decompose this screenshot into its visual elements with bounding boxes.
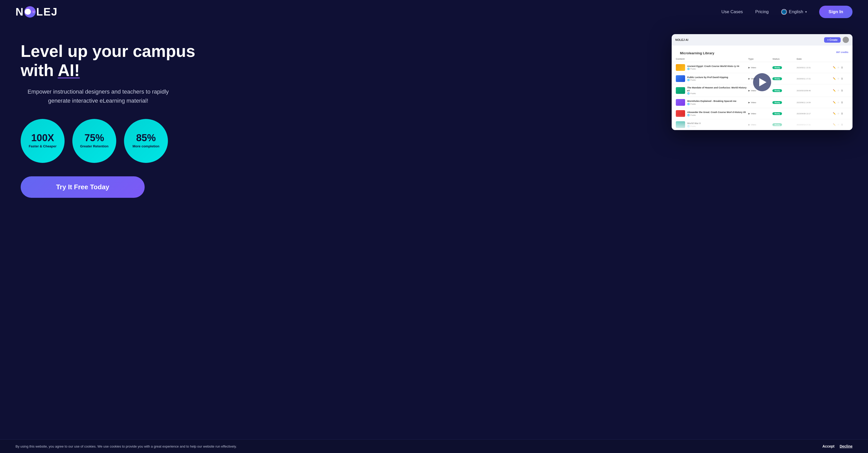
row-title: Ancient Egypt: Crash Course World Histo … [687, 65, 739, 68]
edit-icon[interactable]: ✏️ [833, 77, 836, 80]
cookie-banner: By using this website, you agree to our … [0, 439, 868, 453]
table-row: Alexander the Great: Crash Course Worl d… [672, 108, 852, 119]
row-content: World War II 🌐 Public [676, 121, 748, 128]
row-type: ▶ Video [748, 101, 773, 104]
col-date: Date [797, 58, 833, 60]
row-thumbnail [676, 87, 685, 94]
stat-85-number: 85% [136, 133, 156, 143]
stat-100x-label: Faster & Cheaper [29, 144, 57, 149]
stat-75-number: 75% [85, 133, 104, 143]
star-icon[interactable]: ☆ [837, 112, 839, 115]
navbar: N LEJ Use Cases Pricing [0, 0, 868, 24]
row-subtitle: 🌐 Public [687, 125, 701, 128]
star-icon[interactable]: ☆ [837, 66, 839, 69]
hero-subtitle: Empower instructional designers and teac… [21, 87, 176, 105]
screenshot-rows: Ancient Egypt: Crash Course World Histo … [672, 62, 852, 130]
video-play-button[interactable] [753, 73, 771, 91]
delete-icon[interactable]: 🗑 [841, 123, 843, 126]
row-text: Wormholes Explained - Breaking Spaceti m… [687, 100, 736, 105]
status-badge: Ready [772, 101, 782, 104]
screenshot-avatar [843, 37, 849, 43]
row-title: Public Lecture by Prof David Kipping [687, 76, 728, 79]
row-title: Wormholes Explained - Breaking Spaceti m… [687, 100, 736, 103]
row-text: World War II 🌐 Public [687, 122, 701, 128]
row-status: Ready [772, 77, 797, 80]
app-screenshot: NOLEJ AI + Create Microlearning Library … [672, 34, 852, 130]
play-icon: ▶ [748, 123, 750, 126]
row-type-label: Video [751, 112, 756, 115]
row-actions: ✏️ ☆ 🗑 [833, 66, 848, 69]
star-icon[interactable]: ☆ [837, 89, 839, 92]
stat-85-label: More completion [132, 144, 159, 149]
star-icon[interactable]: ☆ [837, 101, 839, 104]
hero-right-screenshot: NOLEJ AI + Create Microlearning Library … [672, 34, 852, 130]
delete-icon[interactable]: 🗑 [841, 89, 843, 92]
row-date: 2023/03/10/09:46 [797, 90, 833, 91]
stat-85: 85% More completion [124, 119, 168, 163]
stat-100x: 100X Faster & Cheaper [21, 119, 65, 163]
screenshot-create-button[interactable]: + Create [824, 37, 841, 43]
sign-in-button[interactable]: Sign In [819, 6, 852, 18]
nav-language-selector[interactable]: 🌐 English ▾ [781, 9, 807, 15]
col-status: Status [772, 58, 797, 60]
cookie-decline-button[interactable]: Decline [840, 444, 852, 448]
screenshot-header: NOLEJ AI + Create [672, 34, 852, 46]
row-type-label: Video [751, 89, 756, 92]
col-type: Type [748, 58, 773, 60]
play-icon: ▶ [748, 89, 750, 92]
cookie-text: By using this website, you agree to our … [16, 445, 237, 448]
row-actions: ✏️ ☆ 🗑 [833, 89, 848, 92]
edit-icon[interactable]: ✏️ [833, 123, 836, 126]
row-actions: ✏️ ☆ 🗑 [833, 77, 848, 80]
hero-title-part1: Level up your campus with [21, 42, 195, 80]
row-subtitle: 🌐 Public [687, 114, 746, 116]
play-icon: ▶ [748, 101, 750, 104]
row-date: 2023/03/13 17:21 [797, 124, 833, 126]
status-badge: Ready [772, 112, 782, 115]
row-actions: ✏️ ☆ 🗑 [833, 101, 848, 104]
row-text: Public Lecture by Prof David Kipping 🌐 P… [687, 76, 728, 81]
screenshot-section-title: Microlearning Library [676, 48, 718, 56]
row-status: Ready [772, 66, 797, 69]
row-actions: ✏️ ☆ 🗑 [833, 123, 848, 126]
nav-links: Use Cases Pricing 🌐 English ▾ Sign In [721, 6, 852, 18]
row-subtitle: 🌐 Public [687, 79, 728, 81]
row-content: Wormholes Explained - Breaking Spaceti m… [676, 99, 748, 106]
row-type: ▶ Video [748, 112, 773, 115]
row-status: Ready [772, 89, 797, 92]
edit-icon[interactable]: ✏️ [833, 112, 836, 115]
row-status: Ready [772, 112, 797, 115]
delete-icon[interactable]: 🗑 [841, 77, 843, 80]
row-content: Alexander the Great: Crash Course Worl d… [676, 110, 748, 117]
row-title: Alexander the Great: Crash Course Worl d… [687, 111, 746, 114]
table-row: Wormholes Explained - Breaking Spaceti m… [672, 97, 852, 108]
delete-icon[interactable]: 🗑 [841, 112, 843, 115]
row-type: ▶ Video [748, 66, 773, 69]
edit-icon[interactable]: ✏️ [833, 66, 836, 69]
edit-icon[interactable]: ✏️ [833, 89, 836, 92]
logo[interactable]: N LEJ [16, 6, 58, 18]
delete-icon[interactable]: 🗑 [841, 101, 843, 104]
delete-icon[interactable]: 🗑 [841, 66, 843, 69]
status-badge: Ready [772, 66, 782, 69]
chevron-down-icon: ▾ [805, 10, 807, 14]
stat-100x-number: 100X [31, 133, 54, 143]
star-icon[interactable]: ☆ [837, 123, 839, 126]
row-subtitle: 🌐 Public [687, 68, 739, 70]
row-text: Ancient Egypt: Crash Course World Histo … [687, 65, 739, 70]
hero-title: Level up your campus with AI! [21, 42, 196, 80]
edit-icon[interactable]: ✏️ [833, 101, 836, 104]
nav-use-cases[interactable]: Use Cases [721, 9, 743, 15]
row-thumbnail [676, 110, 685, 117]
nav-pricing[interactable]: Pricing [755, 9, 769, 15]
play-triangle-icon [759, 78, 767, 86]
star-icon[interactable]: ☆ [837, 77, 839, 80]
status-badge: Ready [772, 123, 782, 126]
row-thumbnail [676, 121, 685, 128]
hero-title-highlight: AI! [58, 61, 80, 80]
try-free-button[interactable]: Try It Free Today [21, 176, 145, 198]
row-actions: ✏️ ☆ 🗑 [833, 112, 848, 115]
cookie-accept-button[interactable]: Accept [823, 444, 835, 448]
cookie-actions: Accept Decline [823, 444, 853, 448]
screenshot-rows-wrapper: Ancient Egypt: Crash Course World Histo … [672, 62, 852, 130]
